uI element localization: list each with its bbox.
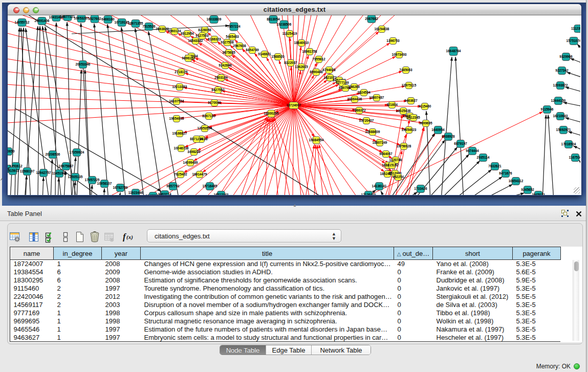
cell-short[interactable]: Hescheler et al. (1997) xyxy=(433,334,513,342)
column-header-short[interactable]: short xyxy=(433,247,513,260)
cell-year[interactable]: 1997 xyxy=(102,285,141,293)
cell-short[interactable]: Dudbridge et al. (2008) xyxy=(433,276,513,285)
table-row[interactable]: 1830029562008Estimation of significance … xyxy=(10,276,561,285)
table-row[interactable]: 2242004622012Investigating the contribut… xyxy=(10,293,561,301)
cell-short[interactable]: Wolkin et al. (1998) xyxy=(433,317,513,325)
network-window-titlebar[interactable]: citations_edges.txt xyxy=(8,4,581,15)
citation-network-graph[interactable]: 1405571220691406104314061987712110653287… xyxy=(8,15,580,195)
cell-title[interactable]: Changes of HCN gene expression and I(f) … xyxy=(141,260,394,268)
column-header-out_de[interactable]: △out_de… xyxy=(394,247,433,260)
cell-title[interactable]: Estimation of the future numbers of pati… xyxy=(141,325,394,334)
delete-table-button[interactable] xyxy=(102,230,116,244)
cell-short[interactable]: de Silva et al. (2003) xyxy=(433,301,513,309)
cell-title[interactable]: Genome-wide association studies in ADHD. xyxy=(141,268,394,276)
cell-name[interactable]: 14569117 xyxy=(10,301,54,309)
cell-pagerank[interactable]: 5.3E-5 xyxy=(513,309,561,317)
cell-pagerank[interactable]: 5.3E-5 xyxy=(513,325,561,334)
cell-in_degree[interactable]: 6 xyxy=(54,276,102,285)
delete-rows-button[interactable] xyxy=(88,230,101,244)
cell-out_de[interactable]: 49 xyxy=(394,260,433,268)
cell-in_degree[interactable]: 2 xyxy=(54,293,102,301)
cell-out_de[interactable]: 0 xyxy=(394,293,433,301)
cell-year[interactable]: 1997 xyxy=(102,334,141,342)
cell-year[interactable]: 2003 xyxy=(102,301,141,309)
cell-name[interactable]: 9777169 xyxy=(10,309,54,317)
column-header-in_degree[interactable]: in_degree xyxy=(54,247,102,260)
cell-pagerank[interactable]: 5.3E-5 xyxy=(513,301,561,309)
cell-year[interactable]: 2012 xyxy=(102,293,141,301)
cell-short[interactable]: Jankovic et al. (1997) xyxy=(433,285,513,293)
scrollbar-thumb[interactable] xyxy=(574,261,579,271)
cell-pagerank[interactable]: 5.6E-5 xyxy=(513,268,561,276)
cell-title[interactable]: Structural magnetic resonance image aver… xyxy=(141,317,394,325)
cell-in_degree[interactable]: 2 xyxy=(54,301,102,309)
close-panel-icon[interactable] xyxy=(576,210,582,219)
cell-pagerank[interactable]: 5.3E-5 xyxy=(513,260,561,268)
cell-out_de[interactable]: 0 xyxy=(394,268,433,276)
cell-name[interactable]: 19384554 xyxy=(10,268,54,276)
table-row[interactable]: 1938455462009Genome-wide association stu… xyxy=(10,268,561,276)
cell-out_de[interactable]: 0 xyxy=(394,285,433,293)
cell-in_degree[interactable]: 1 xyxy=(54,325,102,334)
cell-pagerank[interactable]: 5.3E-5 xyxy=(513,285,561,293)
cell-in_degree[interactable]: 2 xyxy=(54,285,102,293)
table-settings-button[interactable] xyxy=(8,230,21,244)
cell-pagerank[interactable]: 5.3E-5 xyxy=(513,317,561,325)
table-vertical-scrollbar[interactable] xyxy=(573,260,579,341)
cell-name[interactable]: 18724007 xyxy=(10,260,54,268)
node-table[interactable]: namein_degreeyeartitle△out_de…shortpager… xyxy=(10,247,561,342)
cell-out_de[interactable]: 0 xyxy=(394,276,433,285)
cell-title[interactable]: Embryonic stem cells: a model to study s… xyxy=(141,334,394,342)
cell-name[interactable]: 9699695 xyxy=(10,317,54,325)
window-resize-grip[interactable] xyxy=(574,187,580,194)
cell-pagerank[interactable]: 5.9E-5 xyxy=(513,276,561,285)
cell-short[interactable]: Yano et al. (2008) xyxy=(433,260,513,268)
float-panel-icon[interactable] xyxy=(561,210,569,217)
cell-name[interactable]: 9463627 xyxy=(10,334,54,342)
cell-pagerank[interactable]: 5.5E-5 xyxy=(513,293,561,301)
cell-in_degree[interactable]: 1 xyxy=(54,309,102,317)
cell-in_degree[interactable]: 1 xyxy=(54,317,102,325)
cell-year[interactable]: 1998 xyxy=(102,309,141,317)
cell-short[interactable]: Stergiakouli et al. (2012) xyxy=(433,293,513,301)
column-header-year[interactable]: year xyxy=(102,247,141,260)
tab-network-table[interactable]: Network Table xyxy=(312,345,371,355)
network-window[interactable]: citations_edges.txt 14055712206914061043… xyxy=(8,4,581,195)
network-canvas[interactable]: 1405571220691406104314061987712110653287… xyxy=(8,15,581,195)
cell-title[interactable]: Investigating the contribution of common… xyxy=(141,293,394,301)
tab-edge-table[interactable]: Edge Table xyxy=(266,345,312,355)
cell-name[interactable]: 22420046 xyxy=(10,293,54,301)
column-header-pagerank[interactable]: pagerank xyxy=(513,247,561,260)
function-builder-button[interactable]: f (x) xyxy=(122,230,135,244)
cell-short[interactable]: Nakamura et al. (1997) xyxy=(433,325,513,334)
cell-year[interactable]: 1997 xyxy=(102,325,141,334)
cell-year[interactable]: 2008 xyxy=(102,260,141,268)
tab-node-table[interactable]: Node Table xyxy=(220,345,266,355)
new-table-button[interactable] xyxy=(73,230,86,244)
cell-in_degree[interactable]: 6 xyxy=(54,268,102,276)
cell-name[interactable]: 9465546 xyxy=(10,325,54,334)
clear-selection-button[interactable] xyxy=(59,230,72,244)
cell-short[interactable]: Tibbo et al. (1998) xyxy=(433,309,513,317)
cell-title[interactable]: Disruption of a novel member of a sodium… xyxy=(141,301,394,309)
split-pane-handle[interactable]: ▲ xyxy=(292,204,298,207)
table-row[interactable]: 946554611997Estimation of the future num… xyxy=(10,325,561,334)
table-row[interactable]: 946362711997Embryonic stem cells: a mode… xyxy=(10,334,561,342)
cell-out_de[interactable]: 0 xyxy=(394,317,433,325)
cell-out_de[interactable]: 0 xyxy=(394,309,433,317)
cell-year[interactable]: 1998 xyxy=(102,317,141,325)
cell-title[interactable]: Corpus callosum shape and size in male p… xyxy=(141,309,394,317)
cell-out_de[interactable]: 0 xyxy=(394,334,433,342)
cell-title[interactable]: Estimation of significance thresholds fo… xyxy=(141,276,394,285)
table-row[interactable]: 1456911722003Disruption of a novel membe… xyxy=(10,301,561,309)
cell-in_degree[interactable]: 1 xyxy=(54,334,102,342)
cell-title[interactable]: Tourette syndrome. Phenomenology and cla… xyxy=(141,285,394,293)
table-row[interactable]: 911546021997Tourette syndrome. Phenomeno… xyxy=(10,285,561,293)
table-row[interactable]: 977716911998Corpus callosum shape and si… xyxy=(10,309,561,317)
cell-year[interactable]: 2008 xyxy=(102,276,141,285)
column-header-name[interactable]: name xyxy=(10,247,54,260)
cell-in_degree[interactable]: 1 xyxy=(54,260,102,268)
cell-name[interactable]: 18300295 xyxy=(10,276,54,285)
column-header-title[interactable]: title xyxy=(141,247,394,260)
table-row[interactable]: 969969511998Structural magnetic resonanc… xyxy=(10,317,561,325)
